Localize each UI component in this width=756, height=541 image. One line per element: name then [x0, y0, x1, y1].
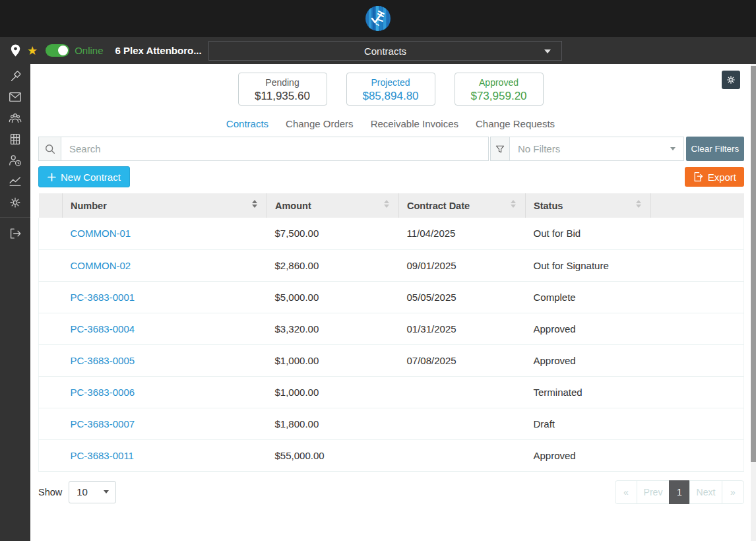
building-icon — [8, 132, 22, 146]
sidebar-item-contacts[interactable] — [0, 108, 30, 129]
contract-number-link[interactable]: PC-3683-0001 — [71, 292, 135, 303]
sidebar-divider — [0, 217, 30, 218]
row-select-cell — [39, 249, 63, 281]
table-row[interactable]: PC-3683-0001 $5,000.00 05/05/2025 Comple… — [39, 281, 744, 313]
search-input[interactable] — [61, 137, 488, 160]
row-extra-cell — [651, 313, 744, 344]
favorite-star-icon[interactable]: ★ — [27, 45, 38, 57]
sidebar-item-account[interactable] — [0, 150, 30, 171]
new-contract-button[interactable]: New Contract — [38, 166, 130, 187]
amount-cell: $55,000.00 — [267, 439, 399, 471]
page-size-value: 10 — [77, 486, 88, 497]
contract-date-cell: 11/04/2025 — [399, 218, 526, 249]
vertical-scrollbar[interactable] — [751, 64, 756, 541]
table-row[interactable]: PC-3683-0011 $55,000.00 Approved — [39, 439, 744, 471]
approved-summary-card: Approved $73,959.20 — [455, 73, 544, 106]
person-clock-icon — [8, 153, 22, 168]
sort-icon[interactable] — [511, 200, 516, 208]
table-row[interactable]: PC-3683-0007 $1,800.00 Draft — [39, 408, 744, 439]
prev-page-button[interactable]: Prev — [637, 480, 670, 504]
row-select-cell — [39, 218, 63, 249]
amount-cell: $1,800.00 — [267, 408, 399, 439]
card-label: Projected — [356, 76, 425, 89]
table-footer: Show 10 « Prev 1 Next » — [38, 480, 744, 504]
tab-change-requests[interactable]: Change Requests — [476, 118, 555, 129]
clear-filters-button[interactable]: Clear Filters — [686, 137, 744, 161]
table-row[interactable]: COMMON-02 $2,860.00 09/01/2025 Out for S… — [39, 249, 744, 281]
online-toggle[interactable] — [46, 44, 69, 57]
row-extra-cell — [651, 408, 744, 439]
contract-number-link[interactable]: PC-3683-0007 — [71, 418, 135, 430]
pending-summary-card: Pending $11,935.60 — [238, 73, 327, 106]
contract-date-cell: 09/01/2025 — [399, 249, 526, 281]
contracts-table: Number Amount Contract Date Status — [38, 193, 744, 472]
sidebar-item-messages[interactable] — [0, 86, 30, 108]
current-page-button[interactable]: 1 — [669, 480, 690, 504]
status-cell: Draft — [526, 408, 651, 439]
contract-number-link[interactable]: PC-3683-0004 — [71, 323, 135, 334]
chevron-down-icon — [544, 49, 551, 53]
sort-icon[interactable] — [384, 200, 389, 208]
status-cell: Approved — [526, 313, 651, 344]
page-selector-value: Contracts — [364, 46, 406, 57]
contract-number-link[interactable]: COMMON-01 — [71, 228, 131, 239]
property-name[interactable]: 6 Plex Attenboro... — [115, 45, 202, 56]
contract-date-cell — [399, 439, 526, 471]
tab-contracts[interactable]: Contracts — [226, 118, 268, 129]
sidebar-item-logout[interactable] — [0, 223, 30, 244]
row-select-cell — [39, 313, 63, 344]
card-label: Approved — [464, 76, 534, 89]
page-selector-dropdown[interactable]: Contracts — [208, 41, 562, 61]
table-row[interactable]: PC-3683-0006 $1,000.00 Terminated — [39, 376, 744, 408]
column-header-amount[interactable]: Amount — [267, 193, 399, 218]
row-select-cell — [39, 439, 63, 471]
scrollbar-thumb[interactable] — [751, 66, 756, 462]
card-amount: $85,894.80 — [356, 89, 425, 104]
amount-cell: $1,000.00 — [267, 344, 399, 376]
tab-change-orders[interactable]: Change Orders — [286, 118, 354, 129]
sort-icon[interactable] — [252, 200, 257, 208]
page-size-select[interactable]: 10 — [69, 481, 116, 503]
location-pin-icon[interactable] — [11, 44, 20, 57]
gear-icon — [8, 195, 22, 210]
contract-number-link[interactable]: PC-3683-0006 — [71, 387, 135, 398]
contract-number-link[interactable]: COMMON-02 — [71, 260, 131, 271]
search-icon — [39, 137, 61, 160]
column-header-contract-date[interactable]: Contract Date — [399, 193, 526, 218]
sort-icon[interactable] — [636, 200, 641, 208]
amount-cell: $3,320.00 — [267, 313, 399, 344]
page-size-group: Show 10 — [38, 481, 116, 503]
status-cell: Approved — [526, 439, 651, 471]
row-extra-cell — [651, 376, 744, 408]
sidebar-item-properties[interactable] — [0, 129, 30, 150]
contract-number-link[interactable]: PC-3683-0005 — [71, 355, 135, 366]
table-row[interactable]: PC-3683-0004 $3,320.00 01/31/2025 Approv… — [39, 313, 744, 344]
line-chart-icon — [8, 174, 22, 189]
status-cell: Approved — [526, 344, 651, 376]
main-content: Pending $11,935.60 Projected $85,894.80 … — [30, 64, 751, 541]
sidebar-item-settings[interactable] — [0, 192, 30, 213]
column-header-status[interactable]: Status — [526, 193, 651, 218]
tab-receivable-invoices[interactable]: Receivable Invoices — [371, 118, 458, 129]
contract-date-cell — [399, 408, 526, 439]
last-page-button[interactable]: » — [722, 480, 744, 504]
column-header-number[interactable]: Number — [63, 193, 267, 218]
export-button[interactable]: Export — [685, 167, 744, 187]
sidebar-item-reports[interactable] — [0, 171, 30, 192]
table-row[interactable]: PC-3683-0005 $1,000.00 07/08/2025 Approv… — [39, 344, 744, 376]
filters-dropdown-value: No Filters — [518, 143, 560, 154]
table-row[interactable]: COMMON-01 $7,500.00 11/04/2025 Out for B… — [39, 218, 744, 249]
filters-dropdown[interactable]: No Filters — [510, 137, 684, 161]
summary-cards: Pending $11,935.60 Projected $85,894.80 … — [30, 73, 751, 106]
show-label: Show — [38, 487, 62, 497]
contract-date-cell: 07/08/2025 — [399, 344, 526, 376]
amount-cell: $2,860.00 — [267, 249, 399, 281]
top-bar — [0, 0, 756, 37]
filter-funnel-icon[interactable] — [490, 137, 510, 161]
next-page-button[interactable]: Next — [689, 480, 722, 504]
sidebar-item-maintenance[interactable] — [0, 65, 30, 86]
first-page-button[interactable]: « — [615, 480, 637, 504]
envelope-icon — [8, 90, 22, 104]
contract-number-link[interactable]: PC-3683-0011 — [71, 450, 134, 461]
status-cell: Out for Bid — [526, 218, 651, 249]
